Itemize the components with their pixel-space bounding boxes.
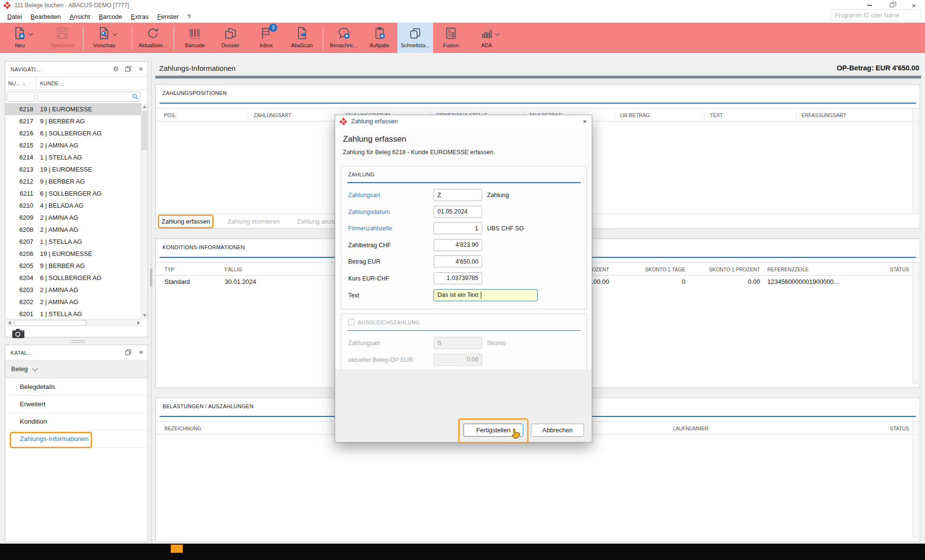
katalog-item[interactable]: Belegdetails [5,378,148,396]
beleg-list-row[interactable]: 6212 9 | BERBER AG [5,175,141,187]
beleg-list-row[interactable]: 6209 2 | AMINA AG [5,212,141,224]
toolbar-button[interactable] [129,23,135,53]
abacus-logo-icon [4,2,11,9]
horizontal-scrollbar[interactable] [6,319,142,326]
field-input[interactable] [434,289,538,301]
beleg-list-row[interactable]: 6204 6 | SOLLBERGER AG [5,272,141,284]
toolbar-button[interactable]: Barcode [177,23,213,53]
beleg-nummer: 6204 [5,274,33,281]
chevron-down-icon[interactable] [495,31,500,36]
taskbar-orange-icon[interactable] [171,545,183,553]
field-label[interactable]: Zahlbetrag CHF [348,242,391,249]
gear-icon[interactable] [112,65,120,73]
menu-item[interactable]: Bearbeiten [26,12,65,22]
window-titlebar: 111 Belege buchen - ABACUS-DEMO [7777] × [0,0,925,11]
sidebar-splitter[interactable] [151,61,151,542]
field-label[interactable]: Zahlungsdatum [348,209,390,215]
vertical-scrollbar[interactable] [912,421,918,538]
field-input [434,354,482,366]
beleg-list-row[interactable]: 6205 9 | BERBER AG [5,260,141,272]
beleg-list-row[interactable]: 6201 1 | STELLA AG [5,308,141,319]
menu-item[interactable]: ? [183,12,195,22]
field-input[interactable] [434,222,482,234]
vertical-scrollbar[interactable] [912,262,918,384]
beleg-list-row[interactable]: 6210 4 | BELADA AG [5,200,141,212]
menu-item[interactable]: Extras [126,12,153,22]
filter-nummer-input[interactable] [7,92,35,102]
barcode-icon [188,26,202,40]
menu-item[interactable]: Barcode [95,12,126,22]
beleg-list-row[interactable]: 6202 2 | AMINA AG [5,296,141,308]
katalog-item[interactable]: Erweitert [5,396,148,413]
chevron-down-icon[interactable] [28,31,33,36]
beleg-list-row[interactable]: 6211 6 | SOLLBERGER AG [5,187,141,200]
beleg-list-row[interactable]: 6217 9 | BERBER AG [5,115,141,127]
dialog-titlebar: Zahlung erfassen × [335,115,592,128]
beleg-list: 6218 19 | EUROMESSE 6217 9 | BERBER AG 6… [5,103,141,319]
column-header-kunde[interactable]: KUNDE△ [40,80,64,86]
menu-item[interactable]: Datei [3,12,26,22]
beleg-dropdown[interactable]: Beleg [5,360,148,378]
vertical-scrollbar[interactable] [912,108,918,214]
toolbar-button[interactable] [171,23,177,53]
field-label[interactable]: Zahlungsart [348,192,380,199]
menu-item[interactable]: Ansicht [65,12,95,22]
toolbar-button[interactable]: Aktualisier... [135,23,171,53]
field-label[interactable]: Kurs EUR-CHF [348,275,389,282]
toolbar-button[interactable]: 3 Inbox [248,23,284,53]
vertical-scrollbar[interactable] [141,103,148,319]
program-search-input[interactable] [830,9,921,21]
column-header-nummer[interactable]: NU...△ [8,80,26,86]
field-label[interactable]: Text [348,292,359,299]
toolbar-button[interactable] [80,23,86,53]
preview-icon [97,26,111,40]
detach-window-icon[interactable] [124,65,132,73]
toolbar-button[interactable]: Vorschau [86,23,122,53]
toolbar-button[interactable]: Schnellsta... [397,23,433,53]
menu-item[interactable]: Fenster [153,12,183,22]
beleg-list-row[interactable]: 6213 19 | EUROMESSE [5,163,141,175]
toolbar-button[interactable]: Benachric... [326,23,362,53]
beleg-list-row[interactable]: 6216 6 | SOLLBERGER AG [5,127,141,139]
column-header: BEZEICHNUNG [164,426,201,431]
beleg-list-row[interactable]: 6208 2 | AMINA AG [5,224,141,236]
katalog-item[interactable]: Zahlungs-Informationen [5,430,148,448]
panel-splitter[interactable] [5,339,148,343]
field-input[interactable] [434,255,482,267]
toolbar-button[interactable]: Fusion [433,23,469,53]
field-label[interactable]: Firmenzahlstelle [348,225,392,232]
toolbar-button[interactable]: Dossier [213,23,248,53]
toolbar-button[interactable]: ADA [469,23,504,53]
close-panel-icon[interactable]: × [137,348,145,356]
abbrechen-button[interactable]: Abbrechen [531,424,584,437]
beleg-list-row[interactable]: 6206 19 | EUROMESSE [5,248,141,260]
beleg-list-row[interactable]: 6203 2 | AMINA AG [5,284,141,296]
detach-window-icon[interactable] [124,348,132,356]
beleg-list-row[interactable]: 6214 1 | STELLA AG [5,151,141,163]
close-panel-icon[interactable]: × [137,65,145,73]
beleg-nummer: 6212 [5,178,33,185]
beleg-list-row[interactable]: 6218 19 | EUROMESSE [5,103,141,115]
field-input[interactable] [434,206,482,218]
field-input[interactable] [434,189,482,201]
beleg-kunde: 1 | STELLA AG [33,238,82,245]
dialog-subtitle: Zahlung für Beleg 6218 - Kunde EUROMESSE… [343,149,495,156]
toolbar-button[interactable]: Neu [2,23,38,53]
chevron-down-icon[interactable] [113,31,118,36]
toolbar-button[interactable]: AbaScan [284,23,320,53]
filter-kunde-input[interactable] [38,92,140,102]
beleg-kunde: 9 | BERBER AG [33,178,85,185]
field-input[interactable] [434,239,482,251]
close-icon[interactable]: × [583,117,587,125]
beleg-list-row[interactable]: 6207 1 | STELLA AG [5,236,141,248]
katalog-item[interactable]: Kondition [5,413,148,430]
toolbar-button: Speichern [44,23,80,53]
field-label[interactable]: Betrag EUR [348,258,381,265]
toolbar-button[interactable] [320,23,326,53]
toolbar-button[interactable]: Aufgabe [362,23,397,53]
field-input[interactable] [434,272,482,284]
camera-icon[interactable] [12,329,25,338]
action-button[interactable]: Zahlung erfassen [162,218,210,225]
chevron-down-icon [32,366,38,371]
beleg-list-row[interactable]: 6215 2 | AMINA AG [5,139,141,151]
